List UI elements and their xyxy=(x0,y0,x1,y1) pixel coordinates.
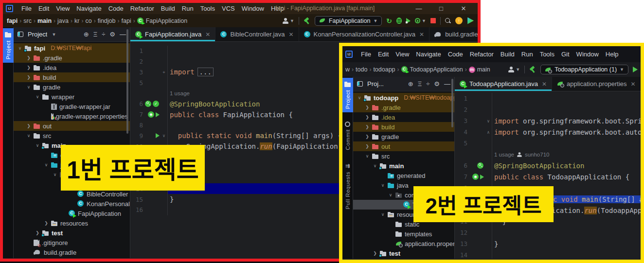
breadcrumb-item-w[interactable]: w xyxy=(345,66,350,73)
chevron-right-icon[interactable]: ❯ xyxy=(26,55,31,60)
fold-marker[interactable]: ∨ xyxy=(161,133,167,138)
tab-close-icon[interactable]: ✕ xyxy=(419,31,424,38)
tree-item-build[interactable]: ❯build xyxy=(14,72,130,82)
chevron-down-icon[interactable]: ∨ xyxy=(26,133,31,138)
menu-git[interactable]: Git xyxy=(558,50,573,59)
expand-all-icon[interactable]: Ξ xyxy=(418,81,422,87)
scrollbar[interactable] xyxy=(126,29,128,134)
tree-item-generated[interactable]: ✳generated xyxy=(353,171,454,180)
tree-item-.gitignore[interactable]: .gitignore xyxy=(353,258,454,259)
chevron-right-icon[interactable]: ❯ xyxy=(26,123,31,128)
close-button[interactable]: ✕ xyxy=(452,3,475,14)
breadcrumb-item-todoappapplication[interactable]: CTodoappApplication xyxy=(401,66,463,73)
chevron-right-icon[interactable]: ❯ xyxy=(44,221,49,226)
fold-marker[interactable]: ∧ xyxy=(485,130,492,135)
menu-navigate[interactable]: Navigate xyxy=(412,50,444,59)
gear-icon[interactable]: ⚙ xyxy=(434,81,440,87)
breadcrumb-item-todo[interactable]: todo xyxy=(356,66,367,73)
menu-tools[interactable]: Tools xyxy=(197,4,218,13)
menu-code[interactable]: Code xyxy=(105,4,127,13)
project-view-selector[interactable]: Proj... xyxy=(367,80,384,88)
chevron-right-icon[interactable]: ❯ xyxy=(365,134,370,139)
menu-build[interactable]: Build xyxy=(158,4,179,13)
tree-item-src[interactable]: ∨src xyxy=(353,151,454,161)
springboot-icon[interactable]: ◉ xyxy=(148,111,155,118)
menu-run[interactable]: Run xyxy=(179,4,197,13)
chevron-down-icon[interactable]: ∨ xyxy=(53,172,57,177)
tree-item-main[interactable]: ∨main xyxy=(353,161,454,171)
breadcrumb-item-todoapp[interactable]: todoapp xyxy=(373,66,395,73)
menu-refactor[interactable]: Refactor xyxy=(466,50,497,59)
menu-vcs[interactable]: VCS xyxy=(218,4,238,13)
ide-services-icon[interactable] xyxy=(467,18,474,24)
tree-item-wrapper[interactable]: ∨wrapper xyxy=(14,92,130,102)
tree-item-.idea[interactable]: ❯.idea xyxy=(353,112,454,122)
tree-item-fapiapplication[interactable]: CFapiApplication xyxy=(14,209,130,218)
expand-all-icon[interactable]: Ξ xyxy=(93,31,97,37)
menu-file[interactable]: File xyxy=(18,4,35,13)
tree-item-test[interactable]: ❯test xyxy=(14,228,130,238)
menu-run[interactable]: Run xyxy=(518,50,537,59)
breadcrumb-item-fapi[interactable]: fapi xyxy=(7,18,18,24)
search-everywhere-icon[interactable] xyxy=(445,18,451,24)
tree-item-fapi[interactable]: ∨fapiD:₩SITE₩fapi xyxy=(14,43,130,53)
fold-marker[interactable]: + xyxy=(161,70,167,74)
minimize-button[interactable]: — xyxy=(408,3,430,14)
chevron-down-icon[interactable]: ∨ xyxy=(357,95,362,100)
editor-tab-konanpersonalizationcontroller.java[interactable]: CKonanPersonalizationController.java✕ xyxy=(299,27,430,41)
scrollbar[interactable] xyxy=(451,79,453,127)
tab-close-icon[interactable]: ✕ xyxy=(288,31,293,38)
run-icon[interactable] xyxy=(156,112,160,117)
chevron-down-icon[interactable]: ∨ xyxy=(26,85,31,89)
editor-tab-todoappapplication.java[interactable]: CTodoappApplication.java✕ xyxy=(455,77,552,91)
breadcrumb-item-kr[interactable]: kr xyxy=(74,18,79,24)
chevron-down-icon[interactable]: ∨ xyxy=(35,94,40,99)
tree-item-gradle-wrapper.properties[interactable]: gradle-wrapper.properties xyxy=(14,111,130,121)
breadcrumb-item-fapi[interactable]: fapi xyxy=(122,18,131,24)
rerun-button[interactable]: ↻ xyxy=(386,18,392,24)
build-hammer-icon[interactable] xyxy=(529,66,536,73)
menu-build[interactable]: Build xyxy=(497,50,518,59)
tree-item-application.properties[interactable]: application.properties xyxy=(353,239,454,248)
chevron-right-icon[interactable]: ❯ xyxy=(365,124,370,129)
menu-edit[interactable]: Edit xyxy=(375,50,392,59)
tree-item-test[interactable]: ❯test xyxy=(353,248,454,258)
tool-window-button-project[interactable]: Project xyxy=(3,28,14,63)
chevron-right-icon[interactable]: ❯ xyxy=(373,251,377,256)
chevron-down-icon[interactable]: ∨ xyxy=(35,143,40,148)
tree-item-biblecontroller[interactable]: CBibleController xyxy=(14,189,130,199)
menu-refactor[interactable]: Refactor xyxy=(127,4,158,13)
menu-edit[interactable]: Edit xyxy=(35,4,53,13)
collapse-all-icon[interactable]: ÷ xyxy=(426,81,429,87)
menu-window[interactable]: Window xyxy=(573,50,602,59)
tree-item-out[interactable]: ❯out xyxy=(14,121,130,131)
editor-tab-biblecontroller.java[interactable]: CBibleController.java✕ xyxy=(215,27,299,41)
tree-item-.gitignore[interactable]: .gitignore xyxy=(14,238,130,247)
run-with-coverage-button[interactable] xyxy=(406,18,411,24)
menu-file[interactable]: File xyxy=(358,50,375,59)
menu-tools[interactable]: Tools xyxy=(537,50,558,59)
breadcrumb-item-main[interactable]: main xyxy=(37,18,52,24)
chevron-down-icon[interactable]: ∨ xyxy=(373,163,377,168)
tool-window-button-commit[interactable]: Commit xyxy=(342,118,353,154)
tree-item-resources[interactable]: ❯resources xyxy=(14,218,130,228)
breadcrumb-item-src[interactable]: src xyxy=(23,18,32,24)
chevron-down-icon[interactable]: ∨ xyxy=(18,46,22,51)
chevron-down-icon[interactable]: ∨ xyxy=(44,162,49,167)
tab-close-icon[interactable]: ✕ xyxy=(542,81,547,88)
maximize-button[interactable]: □ xyxy=(430,3,452,14)
run-icon[interactable] xyxy=(156,133,160,138)
tree-item-gradle-wrapper.jar[interactable]: gradle-wrapper.jar xyxy=(14,102,130,111)
locate-file-icon[interactable]: ⊕ xyxy=(408,81,413,87)
stop-button[interactable] xyxy=(430,18,436,23)
chevron-down-icon[interactable]: ∨ xyxy=(380,212,385,217)
tree-item-.idea[interactable]: ❯.idea xyxy=(14,63,130,72)
breadcrumb-item-fapiapplication[interactable]: CFapiApplication xyxy=(137,18,187,24)
usage-hint[interactable]: 1 usagesunho710 xyxy=(494,152,549,158)
menu-code[interactable]: Code xyxy=(445,50,466,59)
tree-item-.gradle[interactable]: ❯.gradle xyxy=(14,53,130,63)
menu-navigate[interactable]: Navigate xyxy=(73,4,105,13)
menu-window[interactable]: Window xyxy=(238,4,268,13)
tree-item-src[interactable]: ∨src xyxy=(14,131,130,140)
breadcrumb-item-java[interactable]: java xyxy=(57,18,69,24)
